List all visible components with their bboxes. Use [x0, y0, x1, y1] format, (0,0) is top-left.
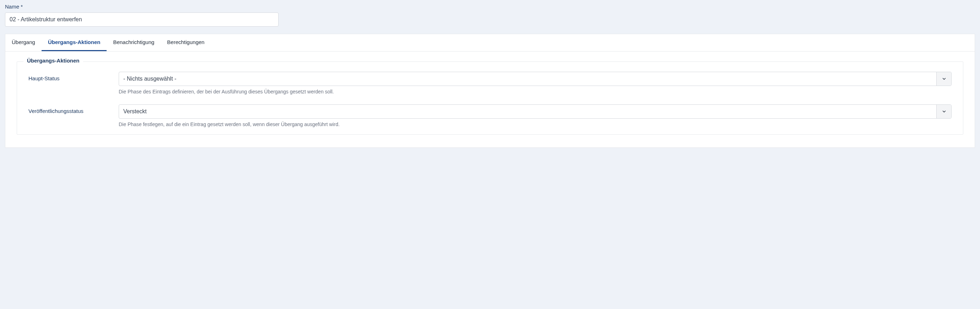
name-label: Name *: [5, 3, 975, 10]
chevron-down-icon: [942, 76, 947, 81]
fieldset-uebergangs-aktionen: Übergangs-Aktionen Haupt-Status - Nichts…: [17, 62, 963, 135]
tab-uebergangs-aktionen[interactable]: Übergangs-Aktionen: [41, 34, 107, 51]
chevron-down-icon: [942, 109, 947, 114]
tab-berechtigungen[interactable]: Berechtigungen: [161, 34, 211, 51]
veroeff-status-value: Versteckt: [119, 105, 936, 118]
veroeff-status-toggle[interactable]: [936, 105, 951, 118]
veroeff-status-select[interactable]: Versteckt: [119, 105, 951, 119]
tab-list: Übergang Übergangs-Aktionen Benachrichti…: [5, 34, 975, 52]
name-input[interactable]: [5, 13, 278, 27]
fieldset-legend: Übergangs-Aktionen: [24, 57, 83, 63]
haupt-status-select[interactable]: - Nichts ausgewählt -: [119, 72, 951, 86]
haupt-status-value: - Nichts ausgewählt -: [119, 72, 936, 86]
haupt-status-label: Haupt-Status: [29, 72, 110, 81]
tab-benachrichtigung[interactable]: Benachrichtigung: [107, 34, 161, 51]
veroeff-status-help: Die Phase festlegen, auf die ein Eintrag…: [119, 122, 951, 127]
tabs-panel: Übergang Übergangs-Aktionen Benachrichti…: [5, 34, 975, 148]
haupt-status-help: Die Phase des Eintrags definieren, der b…: [119, 89, 951, 95]
veroeff-status-label: Veröffentlichungsstatus: [29, 105, 110, 114]
haupt-status-toggle[interactable]: [936, 72, 951, 86]
tab-uebergang[interactable]: Übergang: [5, 34, 41, 51]
